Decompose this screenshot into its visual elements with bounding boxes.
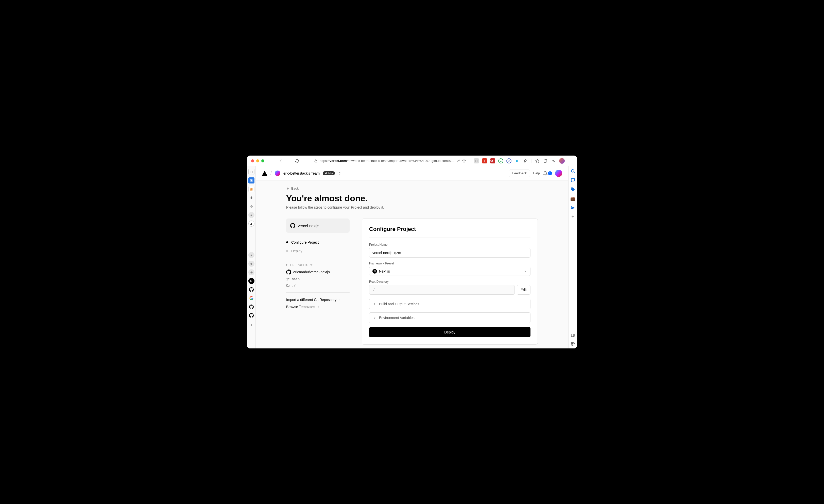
add-panel-icon[interactable] (571, 215, 575, 219)
rail-tab-icon-1[interactable]: ▢ (248, 169, 254, 175)
favorites-star-icon[interactable] (462, 159, 466, 163)
back-link[interactable]: Back (286, 187, 538, 190)
rail-add-tab-button[interactable] (248, 322, 254, 328)
read-aloud-icon[interactable]: A⁾ (457, 159, 460, 163)
ext-icon-blue[interactable]: ① (506, 158, 511, 164)
notification-badge: 1 (548, 171, 552, 175)
rail-globe-icon[interactable]: ◍ (248, 203, 254, 209)
help-link[interactable]: Help (533, 171, 540, 175)
github-icon (286, 270, 291, 275)
environment-variables-accordion[interactable]: Environment Variables (369, 312, 530, 323)
notifications-button[interactable]: 1 (543, 171, 552, 176)
minimize-window-button[interactable] (256, 160, 259, 163)
team-switcher-icon[interactable] (338, 172, 341, 175)
left-rail: ▢ ▣ ▦ ✱ ◍ ▲ ▲ ▲ ◆ ◉ N (247, 166, 256, 348)
rail-github-icon-1[interactable] (248, 287, 254, 293)
browser-titlebar: https://vercel.com/new/eric-betterstack-… (247, 156, 577, 166)
page-subtitle: Please follow the steps to configure you… (286, 205, 538, 209)
framework-label: Framework Preset (369, 262, 530, 265)
reload-button[interactable] (294, 157, 301, 165)
lock-icon (314, 159, 318, 163)
page-title: You're almost done. (286, 193, 538, 203)
directory-value: ./ (292, 284, 296, 287)
rail-next-icon[interactable]: N (248, 278, 254, 284)
build-output-label: Build and Output Settings (379, 302, 419, 306)
divider (369, 237, 530, 238)
close-window-button[interactable] (251, 160, 254, 163)
rail-github-icon-3[interactable] (248, 312, 254, 318)
chat-icon[interactable] (571, 178, 575, 183)
window-controls (251, 160, 264, 163)
step-dot-icon (286, 250, 288, 252)
rail-google-icon[interactable] (248, 295, 254, 301)
repo-card: vercel-nextjs (286, 218, 349, 233)
git-repo-heading: GIT REPOSITORY (286, 264, 349, 267)
repo-path-link[interactable]: ericnanhu/vercel-nextjs (286, 270, 349, 275)
browse-templates-link[interactable]: Browse Templates → (286, 305, 349, 309)
project-name-input[interactable] (369, 248, 530, 258)
send-icon[interactable] (571, 206, 575, 210)
github-icon (290, 223, 295, 228)
ext-grammarly-icon[interactable]: G (498, 158, 503, 164)
feedback-button[interactable]: Feedback (509, 170, 530, 177)
rail-github-icon-2[interactable] (248, 304, 254, 310)
browser-profile-avatar[interactable] (559, 158, 565, 164)
deploy-button[interactable]: Deploy (369, 327, 530, 337)
performance-icon[interactable] (551, 158, 556, 164)
back-nav-button[interactable] (278, 157, 285, 165)
ext-icon-cyan[interactable]: ▣ (514, 158, 520, 164)
step-deploy: Deploy (286, 249, 349, 253)
build-output-settings-accordion[interactable]: Build and Output Settings (369, 299, 530, 309)
left-column: vercel-nextjs Configure Project Deploy (286, 218, 349, 309)
page-content: / eric-betterstack's Team Hobby Feedback… (256, 166, 568, 348)
ext-puzzle-icon[interactable] (523, 158, 528, 164)
rail-tab-icon-active[interactable]: ▣ (248, 177, 254, 184)
configure-project-card: Configure Project Project Name Framework… (362, 218, 538, 344)
rail-item-c[interactable]: ◉ (248, 269, 254, 275)
ext-icon-2[interactable]: ⧄ (482, 158, 487, 164)
rail-grey-circle-icon[interactable]: ▲ (248, 212, 254, 218)
project-name-label: Project Name (369, 243, 530, 246)
ext-abp-icon[interactable]: ABP (490, 158, 495, 164)
framework-value: Next.js (379, 269, 390, 273)
svg-point-2 (287, 278, 288, 279)
page-scroll: Back You're almost done. Please follow t… (256, 181, 568, 348)
import-different-repo-link[interactable]: Import a different Git Repository → (286, 298, 349, 302)
framework-select[interactable]: N Next.js (369, 267, 530, 276)
team-name[interactable]: eric-betterstack's Team (283, 171, 320, 175)
nextjs-icon: N (373, 269, 377, 274)
folder-icon (286, 284, 290, 287)
address-bar[interactable]: https://vercel.com/new/eric-betterstack-… (312, 159, 471, 163)
url-text: https://vercel.com/new/eric-betterstack-… (320, 159, 455, 163)
sidebar-toggle-icon[interactable] (571, 333, 575, 337)
more-menu-icon[interactable]: ⋯ (568, 158, 573, 164)
maximize-window-button[interactable] (261, 160, 264, 163)
divider (286, 292, 349, 293)
env-vars-label: Environment Variables (379, 316, 415, 320)
vercel-logo-icon[interactable] (262, 171, 268, 176)
svg-rect-1 (544, 160, 546, 162)
steps-list: Configure Project Deploy (286, 240, 349, 253)
chevron-down-icon (524, 270, 527, 273)
favorites-icon[interactable] (535, 158, 540, 164)
branch-row: main (286, 277, 349, 281)
repo-name: vercel-nextjs (298, 224, 319, 228)
ext-icon-1[interactable]: ▢ (474, 158, 479, 164)
right-rail: 💼 (568, 166, 577, 348)
tag-icon[interactable] (571, 187, 575, 192)
right-column: Configure Project Project Name Framework… (362, 218, 538, 344)
rail-vercel-icon[interactable]: ▲ (248, 220, 254, 227)
repo-path: ericnanhu/vercel-nextjs (293, 270, 330, 274)
edit-root-button[interactable]: Edit (517, 285, 530, 295)
branch-name: main (292, 277, 300, 281)
svg-rect-6 (571, 334, 575, 337)
rail-item-a[interactable]: ▲ (248, 252, 254, 258)
rail-calendar-icon[interactable]: ▦ (248, 186, 254, 192)
collections-icon[interactable] (543, 158, 548, 164)
briefcase-icon[interactable]: 💼 (570, 196, 576, 201)
rail-item-b[interactable]: ◆ (248, 261, 254, 267)
profile-avatar[interactable] (555, 170, 562, 177)
search-icon[interactable] (571, 169, 575, 173)
rail-slack-icon[interactable]: ✱ (248, 195, 254, 201)
settings-gear-icon[interactable] (571, 342, 575, 346)
